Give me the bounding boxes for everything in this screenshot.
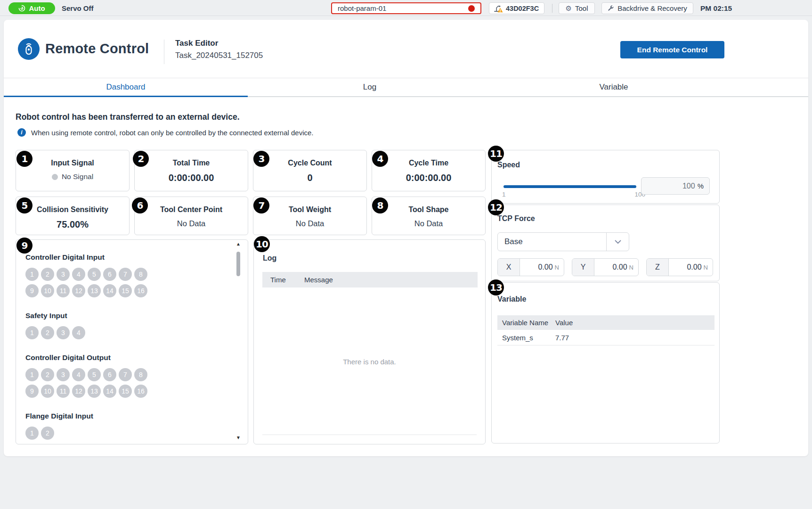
force-x-unit: N bbox=[555, 264, 559, 271]
force-z-unit: N bbox=[704, 264, 708, 271]
tcp-force-panel: TCP Force Base X 0.00N Y 0.00N Z 0.00N bbox=[491, 205, 720, 281]
io-chip: 14 bbox=[103, 385, 116, 398]
io-chip: 1 bbox=[25, 368, 39, 381]
robot-id-button[interactable]: 43D02F3C bbox=[489, 2, 544, 14]
scroll-down-icon[interactable]: ▼ bbox=[234, 435, 243, 443]
end-remote-control-button[interactable]: End Remote Control bbox=[620, 41, 724, 58]
io-chip: 16 bbox=[134, 284, 147, 297]
top-status-bar: Auto Servo Off robot-param-01 43D02F3C ⚙ bbox=[0, 0, 812, 16]
log-footer-divider bbox=[262, 435, 477, 435]
task-editor-title: Task Editor bbox=[175, 39, 218, 48]
variable-table-header: Variable Name Value bbox=[497, 315, 715, 330]
tab-log[interactable]: Log bbox=[248, 78, 492, 96]
force-x-field: X 0.00N bbox=[497, 258, 564, 276]
io-chip: 13 bbox=[88, 385, 101, 398]
tab-dashboard[interactable]: Dashboard bbox=[4, 78, 248, 96]
annotation-badge-4: 4 bbox=[372, 151, 388, 167]
digital-io-panel: Controller Digital Input1234567891011121… bbox=[16, 239, 248, 444]
io-chip: 10 bbox=[41, 385, 54, 398]
io-chip-row: 12345678910111213141516 bbox=[25, 268, 150, 297]
io-chip: 5 bbox=[88, 368, 101, 381]
io-group-label: Flange Digital Input bbox=[25, 412, 231, 420]
mode-auto-badge[interactable]: Auto bbox=[8, 2, 55, 14]
force-y-field: Y 0.00N bbox=[572, 258, 639, 276]
card-value: No Data bbox=[177, 219, 206, 228]
io-chip: 13 bbox=[88, 284, 101, 297]
variable-panel-title: Variable bbox=[497, 295, 526, 304]
page-title: Remote Control bbox=[45, 41, 149, 57]
io-chip: 2 bbox=[41, 368, 54, 381]
robot-warning-icon bbox=[493, 4, 503, 13]
force-y-unit: N bbox=[629, 264, 633, 271]
io-chip: 6 bbox=[103, 368, 116, 381]
io-chip: 4 bbox=[72, 326, 85, 339]
io-chip: 15 bbox=[119, 385, 132, 398]
program-name-field[interactable]: robot-param-01 bbox=[331, 2, 481, 14]
io-chip: 10 bbox=[41, 284, 54, 297]
tab-variable[interactable]: Variable bbox=[492, 78, 736, 96]
notice-title: Robot control has been transferred to an… bbox=[16, 112, 240, 122]
log-empty-text: There is no data. bbox=[254, 358, 485, 366]
io-chip: 2 bbox=[41, 427, 54, 440]
annotation-badge-6: 6 bbox=[132, 197, 148, 213]
annotation-badge-8: 8 bbox=[372, 197, 388, 213]
card-cycle-time: Cycle Time 0:00:00.00 bbox=[372, 150, 486, 191]
tcp-force-title: TCP Force bbox=[497, 214, 535, 223]
io-chip: 7 bbox=[119, 268, 132, 281]
recording-dot-icon bbox=[468, 5, 475, 12]
scroll-up-icon[interactable]: ▲ bbox=[234, 241, 243, 249]
card-value: 0:00:00.00 bbox=[406, 172, 452, 183]
annotation-badge-9: 9 bbox=[16, 238, 32, 254]
io-chip: 12 bbox=[72, 284, 85, 297]
axis-y-label: Y bbox=[572, 259, 594, 276]
io-chip-row: 1234 bbox=[25, 326, 150, 339]
slider-min-label: 1 bbox=[502, 191, 506, 198]
annotation-badge-1: 1 bbox=[16, 151, 32, 167]
header-divider bbox=[164, 40, 164, 64]
card-tool-shape: Tool Shape No Data bbox=[372, 197, 486, 235]
force-z-field: Z 0.00N bbox=[646, 258, 713, 276]
io-chip: 9 bbox=[25, 385, 39, 398]
variable-column-value: Value bbox=[555, 319, 573, 327]
variable-panel: Variable Variable Name Value System_s 7.… bbox=[491, 282, 720, 443]
backdrive-button-label: Backdrive & Recovery bbox=[617, 4, 687, 12]
speed-panel-title: Speed bbox=[497, 161, 520, 169]
speed-slider[interactable] bbox=[503, 185, 636, 188]
io-chip: 8 bbox=[134, 368, 147, 381]
reference-frame-select[interactable]: Base bbox=[497, 232, 629, 251]
io-chip: 2 bbox=[41, 268, 54, 281]
card-label: Tool Center Point bbox=[160, 205, 222, 214]
io-panel-scrollbar[interactable]: ▲ ▼ bbox=[234, 240, 243, 443]
io-chip: 1 bbox=[25, 427, 39, 440]
io-chip: 1 bbox=[25, 268, 39, 281]
io-chip: 4 bbox=[72, 268, 85, 281]
speed-value-field[interactable]: 100 % bbox=[641, 177, 710, 195]
tool-button[interactable]: ⚙ Tool bbox=[559, 2, 595, 14]
force-z-value: 0.00 bbox=[687, 263, 701, 271]
card-value: No Data bbox=[296, 219, 325, 228]
force-y-value: 0.00 bbox=[612, 263, 627, 271]
speed-panel: Speed 1 100 100 % bbox=[491, 150, 720, 204]
card-tool-center-point: Tool Center Point No Data bbox=[134, 197, 248, 235]
gear-icon: ⚙ bbox=[566, 5, 572, 12]
remote-control-logo-icon bbox=[18, 38, 40, 60]
table-row: System_s 7.77 bbox=[497, 330, 715, 345]
card-cycle-count: Cycle Count 0 bbox=[253, 150, 367, 191]
speed-unit: % bbox=[698, 182, 704, 190]
io-chip: 11 bbox=[57, 284, 70, 297]
card-total-time: Total Time 0:00:00.00 bbox=[134, 150, 248, 191]
tab-bar: Dashboard Log Variable bbox=[4, 78, 808, 97]
clock: PM 02:15 bbox=[700, 2, 732, 14]
scrollbar-thumb[interactable] bbox=[236, 252, 240, 276]
io-group-label: Safety Input bbox=[25, 312, 231, 320]
backdrive-recovery-button[interactable]: Backdrive & Recovery bbox=[601, 2, 693, 14]
remote-control-screen: Auto Servo Off robot-param-01 43D02F3C ⚙ bbox=[0, 0, 812, 509]
card-collision-sensitivity: Collision Sensitivity 75.00% bbox=[16, 197, 130, 235]
robot-id-label: 43D02F3C bbox=[506, 5, 539, 12]
io-chip: 3 bbox=[57, 326, 70, 339]
task-name: Task_20240531_152705 bbox=[175, 51, 263, 60]
annotation-badge-3: 3 bbox=[253, 151, 269, 167]
no-signal-dot-icon bbox=[52, 174, 58, 180]
info-icon: i bbox=[17, 128, 26, 137]
annotation-badge-5: 5 bbox=[16, 197, 32, 213]
